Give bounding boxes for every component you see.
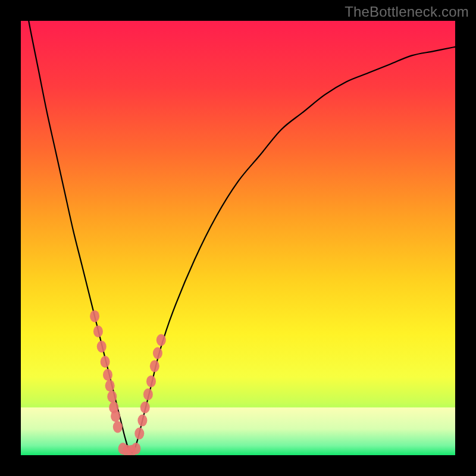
bottom-band bbox=[21, 408, 455, 455]
marker-dot bbox=[103, 369, 112, 381]
marker-dot bbox=[90, 310, 99, 322]
marker-dot bbox=[111, 410, 120, 422]
marker-dot bbox=[146, 375, 156, 387]
marker-dot bbox=[101, 356, 110, 368]
marker-dot bbox=[93, 325, 103, 337]
marker-dot bbox=[137, 415, 147, 427]
marker-dot bbox=[140, 402, 150, 414]
watermark-text: TheBottleneck.com bbox=[345, 4, 469, 20]
plot-area bbox=[21, 21, 455, 455]
marker-dot bbox=[150, 360, 159, 372]
gradient-background bbox=[21, 21, 455, 455]
marker-dot bbox=[113, 421, 123, 433]
marker-dot bbox=[153, 347, 162, 359]
outer-frame: TheBottleneck.com bbox=[0, 0, 476, 476]
marker-dot bbox=[134, 428, 144, 440]
marker-dot bbox=[105, 380, 115, 392]
chart-svg bbox=[21, 21, 455, 455]
marker-dot bbox=[143, 389, 153, 400]
marker-dot bbox=[107, 390, 117, 402]
marker-dot bbox=[131, 443, 140, 455]
marker-dot bbox=[156, 334, 166, 346]
marker-dot bbox=[97, 341, 107, 353]
